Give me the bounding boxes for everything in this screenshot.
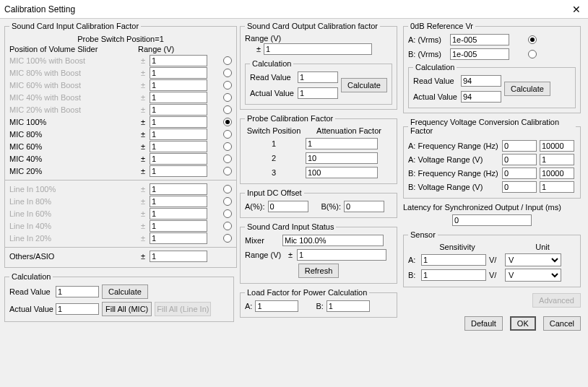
range-input[interactable] [150, 165, 207, 177]
slider-label: MIC 100% with Boost [9, 56, 137, 65]
slider-label: Line In 40% [9, 222, 137, 230]
content: Sound Card Input Calibration Factor Prob… [0, 19, 588, 334]
refresh-button[interactable]: Refresh [298, 264, 340, 278]
pm-icon: ± [139, 81, 147, 90]
pm-icon: ± [139, 130, 147, 139]
mixer-input[interactable] [282, 235, 384, 246]
range-input[interactable] [150, 153, 207, 165]
fv-min-input[interactable] [502, 181, 537, 193]
slider-row: MIC 100% ± [9, 116, 232, 128]
fv-max-input[interactable] [540, 168, 574, 179]
sensor-row: A: V/ V [408, 253, 576, 266]
slider-radio[interactable] [223, 118, 232, 126]
pm-icon: ± [139, 167, 147, 175]
vr-calc-legend: Calculation [413, 63, 457, 71]
fv-min-input[interactable] [502, 140, 537, 152]
vr-a-radio[interactable] [528, 35, 537, 44]
probe-group: Probe Calibration Factor Switch Position… [240, 114, 397, 184]
lf-a-input[interactable] [255, 300, 298, 312]
sensor-legend: Sensor [408, 230, 438, 239]
lf-b-input[interactable] [327, 300, 370, 312]
out-read-input[interactable] [298, 71, 338, 83]
slider-radio[interactable] [223, 167, 232, 175]
read-value-input[interactable] [56, 286, 99, 297]
vper-label: V/ [489, 256, 502, 264]
slider-radio [223, 93, 232, 102]
vr-actual-input[interactable] [461, 91, 501, 103]
dc-a-input[interactable] [268, 201, 308, 212]
sensitivity-input[interactable] [421, 269, 486, 281]
probe-col2: Attenuation Factor [306, 126, 392, 135]
range-input[interactable] [150, 116, 207, 128]
pm-icon: ± [139, 105, 147, 114]
fv-label: A: Voltage Range (V) [408, 155, 499, 164]
pm-icon: ± [139, 252, 147, 261]
fv-max-input[interactable] [540, 181, 574, 193]
latency-block: Latency for Synchronized Output / Input … [403, 203, 581, 226]
slider-radio[interactable] [223, 142, 232, 151]
slider-label: MIC 100% [9, 118, 137, 126]
input-cal-group: Sound Card Input Calibration Factor Prob… [4, 22, 237, 268]
slider-label: MIC 20% [9, 167, 137, 175]
input-calculate-button[interactable]: Calculate [102, 284, 148, 299]
vr-a-label: A: (Vrms) [408, 35, 447, 44]
actual-value-label: Actual Value [9, 305, 53, 313]
pm-icon: ± [139, 56, 147, 65]
pm-icon: ± [139, 185, 147, 194]
fv-max-input[interactable] [540, 154, 574, 165]
status-range-input[interactable] [297, 249, 386, 261]
latency-input[interactable] [452, 214, 532, 226]
atten-input[interactable] [306, 167, 378, 178]
others-input[interactable] [150, 251, 207, 262]
probe-row: 1 [245, 138, 392, 149]
atten-input[interactable] [306, 152, 378, 164]
fv-max-input[interactable] [540, 140, 574, 152]
slider-radio[interactable] [223, 130, 232, 139]
fv-min-input[interactable] [502, 168, 537, 179]
read-value-label: Read Value [9, 287, 53, 296]
dc-b-input[interactable] [344, 201, 384, 212]
others-row: Others/ASIO ± [9, 251, 232, 262]
fv-min-input[interactable] [502, 154, 537, 165]
slider-row: Line In 80% ± [9, 196, 232, 207]
slider-radio[interactable] [223, 155, 232, 163]
atten-input[interactable] [306, 138, 378, 149]
fill-all-mic-button[interactable]: Fill All (MIC) [102, 302, 152, 316]
unit-select[interactable]: V [505, 269, 561, 282]
default-button[interactable]: Default [464, 316, 503, 331]
output-calc-group: Calculation Read Value Actual Value [245, 59, 392, 105]
range-input[interactable] [150, 141, 207, 152]
vr-read-input[interactable] [461, 75, 501, 87]
output-cal-group: Sound Card Output Calibration factor Ran… [240, 22, 397, 110]
actual-value-input[interactable] [56, 303, 99, 315]
fv-label: A: Frequency Range (Hz) [408, 142, 499, 150]
vr-b-radio[interactable] [528, 50, 537, 58]
slider-radio [223, 105, 232, 114]
pm-icon: ± [139, 69, 147, 77]
vr-calculate-button[interactable]: Calculate [504, 82, 550, 96]
slider-radio [223, 234, 232, 243]
out-actual-input[interactable] [298, 87, 338, 99]
vr-a-input[interactable] [450, 34, 509, 45]
output-calc-legend: Calculation [250, 59, 293, 68]
mixer-label: Mixer [245, 236, 280, 245]
output-range-label: Range (V) [245, 34, 281, 43]
cancel-button[interactable]: Cancel [543, 316, 581, 331]
pm-icon: ± [139, 197, 147, 206]
unit-select[interactable]: V [505, 253, 561, 266]
titlebar: Calibration Setting ✕ [0, 0, 588, 19]
fv-row: A: Frequency Range (Hz) [408, 140, 576, 152]
sensitivity-input[interactable] [421, 254, 486, 266]
dialog-buttons: Default OK Cancel [403, 316, 581, 331]
latency-label: Latency for Synchronized Output / Input … [403, 203, 581, 212]
output-range-input[interactable] [264, 43, 372, 55]
range-input[interactable] [150, 129, 207, 140]
sensor-row: B: V/ V [408, 269, 576, 282]
hdr-position: Position of Volume Slider [9, 45, 138, 53]
out-calculate-button[interactable]: Calculate [341, 78, 387, 92]
slider-label: Line In 80% [9, 197, 137, 206]
close-icon[interactable]: ✕ [569, 4, 584, 15]
vr-b-input[interactable] [450, 48, 509, 60]
slider-label: MIC 80% with Boost [9, 69, 137, 77]
ok-button[interactable]: OK [510, 316, 536, 331]
